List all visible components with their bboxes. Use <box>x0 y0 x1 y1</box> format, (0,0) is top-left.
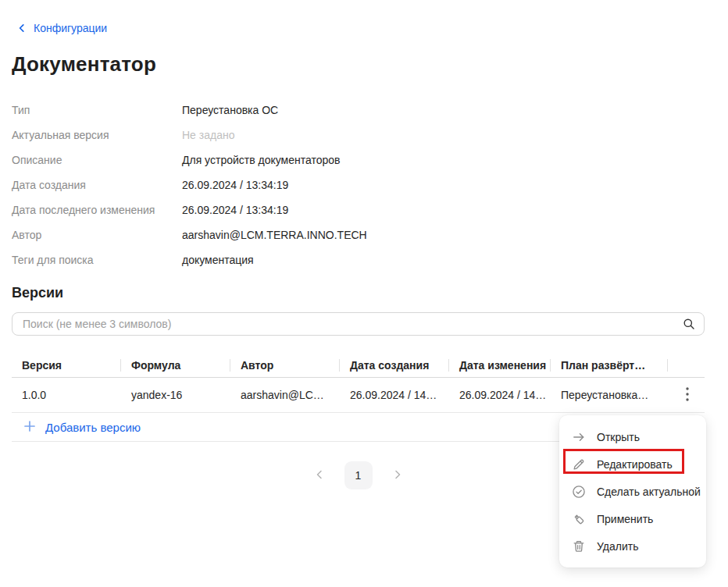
search-icon[interactable] <box>683 318 695 333</box>
search-input[interactable] <box>12 312 705 336</box>
pagination-next-button[interactable] <box>385 463 410 488</box>
menu-item-label: Открыть <box>597 431 640 443</box>
page-title: Документатор <box>12 52 728 76</box>
menu-item-label: Применить <box>597 513 653 525</box>
detail-row-tags: Теги для поиска документация <box>12 247 728 272</box>
detail-row-author: Автор aarshavin@LCM.TERRA.INNO.TECH <box>12 222 728 247</box>
detail-row-type: Тип Переустановка ОС <box>12 98 728 123</box>
column-header-author[interactable]: Автор <box>230 359 340 372</box>
cell-modified: 26.09.2024 / 14… <box>449 389 551 401</box>
arrow-right-icon <box>572 430 586 444</box>
detail-value: aarshavin@LCM.TERRA.INNO.TECH <box>182 229 367 241</box>
detail-label: Дата последнего изменения <box>12 204 182 216</box>
chevron-right-icon <box>392 469 403 482</box>
breadcrumb-back-link[interactable]: Конфигурации <box>17 22 107 34</box>
detail-value: 26.09.2024 / 13:34:19 <box>182 204 288 216</box>
chevron-left-icon <box>17 23 27 33</box>
breadcrumb-label: Конфигурации <box>34 22 107 34</box>
detail-value: Не задано <box>182 129 234 141</box>
cell-created: 26.09.2024 / 14… <box>340 389 449 401</box>
column-header-formula[interactable]: Формула <box>121 359 230 372</box>
detail-label: Тип <box>12 104 182 116</box>
detail-label: Теги для поиска <box>12 254 182 266</box>
menu-item-apply[interactable]: Применить <box>559 505 706 532</box>
detail-value: 26.09.2024 / 13:34:19 <box>182 179 288 191</box>
cell-formula: yandex-16 <box>121 389 230 401</box>
details-list: Тип Переустановка ОС Актуальная версия Н… <box>12 98 728 272</box>
menu-item-delete[interactable]: Удалить <box>559 532 706 560</box>
add-version-label: Добавить версию <box>45 421 141 434</box>
detail-value: документация <box>182 254 254 266</box>
detail-row-created-date: Дата создания 26.09.2024 / 13:34:19 <box>12 173 728 197</box>
row-actions-button[interactable] <box>678 386 697 404</box>
detail-value: Для устройств документаторов <box>182 154 341 166</box>
add-version-button[interactable]: Добавить версию <box>23 420 141 435</box>
detail-label: Актуальная версия <box>12 129 182 141</box>
detail-row-modified-date: Дата последнего изменения 26.09.2024 / 1… <box>12 197 728 222</box>
menu-item-edit[interactable]: Редактировать <box>559 450 706 478</box>
trash-icon <box>572 539 586 553</box>
column-header-created[interactable]: Дата создания <box>340 359 449 372</box>
row-context-menu: Открыть Редактировать Сделать актуальной… <box>559 415 706 567</box>
column-header-deploy-plan[interactable]: План развёрт… <box>551 359 668 372</box>
pagination-prev-button[interactable] <box>307 463 332 488</box>
detail-label: Описание <box>12 154 182 166</box>
cell-version: 1.0.0 <box>12 389 121 401</box>
menu-item-label: Редактировать <box>597 458 673 471</box>
check-circle-icon <box>572 485 586 499</box>
column-header-modified[interactable]: Дата изменения <box>449 359 551 372</box>
versions-search <box>12 312 705 336</box>
column-header-version[interactable]: Версия <box>12 359 121 372</box>
menu-item-label: Удалить <box>597 540 638 553</box>
cell-actions <box>668 386 705 404</box>
table-header-row: Версия Формула Автор Дата создания Дата … <box>12 353 705 378</box>
menu-item-label: Сделать актуальной <box>597 486 701 498</box>
table-row[interactable]: 1.0.0 yandex-16 aarshavin@LC… 26.09.2024… <box>12 378 705 413</box>
configuration-detail-page: Конфигурации Документатор Тип Переустано… <box>0 0 728 587</box>
detail-value: Переустановка ОС <box>182 104 278 116</box>
chevron-left-icon <box>314 469 325 482</box>
menu-item-open[interactable]: Открыть <box>559 423 706 450</box>
cell-deploy-plan: Переустановка… <box>551 389 668 401</box>
detail-row-actual-version: Актуальная версия Не задано <box>12 123 728 148</box>
detail-row-description: Описание Для устройств документаторов <box>12 148 728 173</box>
plus-icon <box>23 420 36 435</box>
usb-drive-icon <box>572 512 586 526</box>
detail-label: Автор <box>12 229 182 241</box>
detail-label: Дата создания <box>12 179 182 191</box>
pagination-page-1-button[interactable]: 1 <box>344 461 373 489</box>
kebab-menu-icon <box>681 386 694 404</box>
pencil-icon <box>572 457 586 471</box>
cell-author: aarshavin@LC… <box>230 389 340 401</box>
menu-item-make-actual[interactable]: Сделать актуальной <box>559 478 706 505</box>
versions-section-heading: Версии <box>12 285 728 301</box>
